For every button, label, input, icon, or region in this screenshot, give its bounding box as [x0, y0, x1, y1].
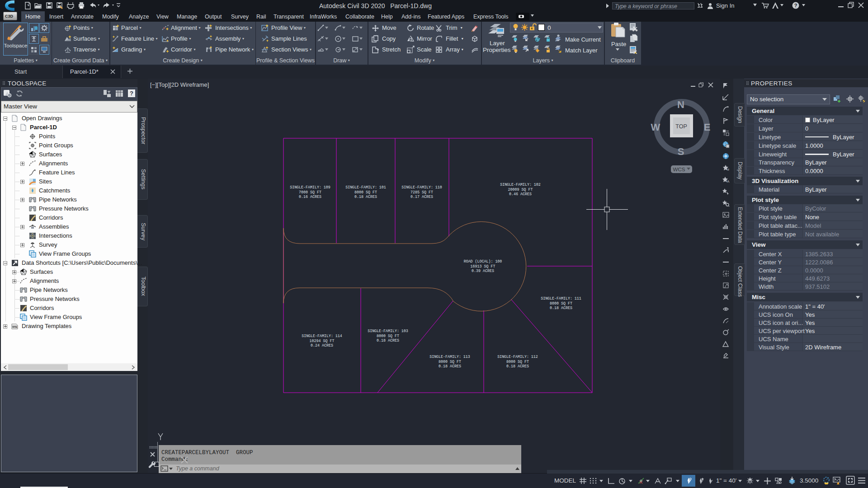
- svg-text:8000 SQ FT: 8000 SQ FT: [550, 301, 572, 305]
- svg-text:?: ?: [794, 3, 797, 8]
- svg-text:W: W: [651, 122, 660, 133]
- svg-text:0.16 ACRES: 0.16 ACRES: [299, 195, 321, 199]
- svg-text:0.18 ACRES: 0.18 ACRES: [550, 306, 572, 310]
- svg-text:SINGLE-FAMILY: 112: SINGLE-FAMILY: 112: [497, 355, 538, 359]
- svg-text:8000 SQ FT: 8000 SQ FT: [439, 360, 461, 364]
- svg-text:S: S: [678, 146, 684, 157]
- svg-text:?: ?: [130, 90, 133, 97]
- svg-text:10294 SQ FT: 10294 SQ FT: [310, 339, 335, 343]
- svg-text:0.18 ACRES: 0.18 ACRES: [439, 364, 461, 368]
- svg-text:SINGLE-FAMILY: 103: SINGLE-FAMILY: 103: [368, 329, 408, 333]
- svg-text:A: A: [727, 179, 730, 183]
- svg-text:SINGLE-FAMILY: 102: SINGLE-FAMILY: 102: [500, 183, 541, 187]
- svg-text:SINGLE-FAMILY: 101: SINGLE-FAMILY: 101: [345, 185, 386, 189]
- svg-text:SINGLE-FAMILY: 111: SINGLE-FAMILY: 111: [541, 296, 581, 300]
- svg-text:7285 SQ FT: 7285 SQ FT: [410, 190, 433, 194]
- svg-text:0.18 ACRES: 0.18 ACRES: [354, 195, 377, 199]
- svg-text:7000 SQ FT: 7000 SQ FT: [299, 190, 321, 194]
- svg-text:!: !: [839, 482, 840, 485]
- svg-text:8000 SQ FT: 8000 SQ FT: [377, 334, 399, 338]
- svg-text:8000 SQ FT: 8000 SQ FT: [506, 360, 529, 364]
- svg-text:8000 SQ FT: 8000 SQ FT: [354, 190, 377, 194]
- svg-text:0.18 ACRES: 0.18 ACRES: [506, 364, 529, 368]
- svg-text:ROAD (LOCAL): 100: ROAD (LOCAL): 100: [464, 259, 502, 263]
- svg-text:WCS: WCS: [673, 167, 685, 172]
- svg-text:SINGLE-FAMILY: 114: SINGLE-FAMILY: 114: [302, 334, 342, 338]
- svg-text:0.46 ACRES: 0.46 ACRES: [509, 192, 532, 196]
- svg-text:TOP: TOP: [675, 123, 687, 130]
- svg-text:#: #: [727, 168, 729, 171]
- svg-text:0.18 ACRES: 0.18 ACRES: [377, 338, 399, 343]
- svg-text:N: N: [677, 99, 684, 110]
- svg-text:DWT: DWT: [12, 326, 17, 328]
- svg-text:SINGLE-FAMILY: 109: SINGLE-FAMILY: 109: [290, 185, 330, 189]
- svg-text:SINGLE-FAMILY: 110: SINGLE-FAMILY: 110: [401, 185, 442, 189]
- svg-text:0.39 ACRES: 0.39 ACRES: [472, 269, 494, 273]
- svg-text:16913 SQ FT: 16913 SQ FT: [471, 264, 495, 268]
- svg-text:0.17 ACRES: 0.17 ACRES: [410, 195, 433, 199]
- svg-text:0.24 ACRES: 0.24 ACRES: [311, 343, 333, 347]
- svg-text:SINGLE-FAMILY: 113: SINGLE-FAMILY: 113: [429, 355, 470, 359]
- svg-text:20009 SQ FT: 20009 SQ FT: [508, 188, 533, 192]
- svg-text:E: E: [704, 122, 711, 133]
